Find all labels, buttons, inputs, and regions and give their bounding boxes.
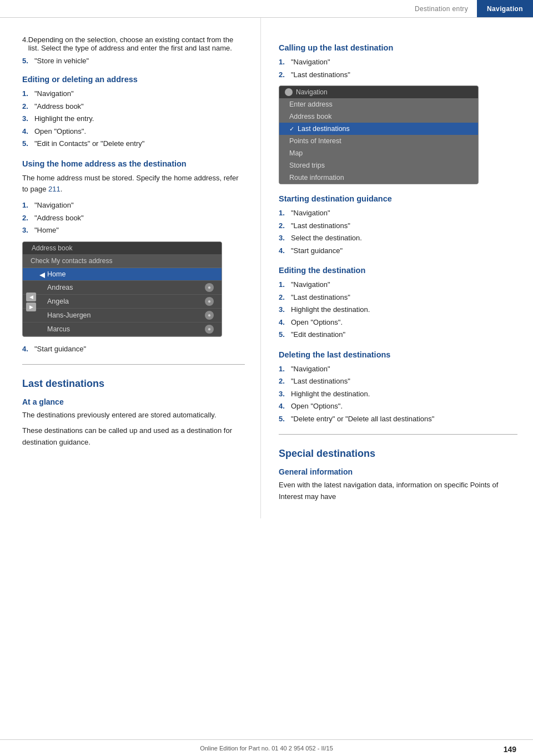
page-ref-link: 211 (48, 185, 61, 193)
editing-dest-list: 1."Navigation" 2."Last destinations" 3.H… (279, 279, 517, 340)
list-item: 3."Home" (22, 225, 245, 236)
calling-heading: Calling up the last destination (279, 43, 517, 52)
check-contacts-item: Check My contacts address (23, 254, 222, 268)
addr-item-angela[interactable]: Angela ● (23, 295, 222, 309)
list-item: 1."Navigation" (22, 200, 245, 211)
at-glance-para1: The destinations previously entered are … (22, 410, 245, 421)
starting-heading: Starting destination guidance (279, 194, 517, 203)
addr-item-hans[interactable]: Hans-Juergen ● (23, 309, 222, 322)
at-glance-heading: At a glance (22, 397, 245, 406)
addr-box-list: ◀ ▶ Home Andreas ● Angela ● (23, 268, 222, 336)
nav-arrow-left[interactable]: ◀ (26, 293, 36, 301)
last-destinations-heading: Last destinations (22, 378, 245, 390)
contact-icon: ● (205, 311, 214, 320)
nav-item-route-info[interactable]: Route information (279, 172, 478, 184)
separator-right (279, 434, 517, 435)
list-item: 4.Open "Options". (22, 126, 245, 137)
nav-icon (285, 88, 293, 96)
nav-arrow-right[interactable]: ▶ (26, 303, 36, 311)
nav-box-menu: Enter address Address book Last destinat… (279, 98, 478, 184)
home-steps-list: 1."Navigation" 2."Address book" 3."Home" (22, 200, 245, 236)
nav-arrows: ◀ ▶ (26, 293, 36, 311)
list-item: 4.Open "Options". (279, 401, 517, 412)
general-info-heading: General information (279, 467, 517, 476)
at-glance-para2: These destinations can be called up and … (22, 425, 245, 448)
list-item: 1."Navigation" (279, 279, 517, 290)
list-item: 2."Address book" (22, 101, 245, 112)
list-item: 3.Highlight the entry. (22, 113, 245, 124)
svg-marker-0 (39, 273, 45, 278)
list-item: 1."Navigation" (279, 57, 517, 68)
header-bar: Destination entry Navigation (0, 0, 533, 18)
nav-item-last-destinations[interactable]: Last destinations (279, 123, 478, 135)
addr-item-home[interactable]: Home (23, 268, 222, 281)
nav-item-map[interactable]: Map (279, 147, 478, 159)
main-content: 4. Depending on the selection, choose an… (0, 18, 533, 518)
list-item: 3.Select the destination. (279, 233, 517, 244)
step4b-num: 4. (22, 345, 34, 353)
nav-item-stored-trips[interactable]: Stored trips (279, 159, 478, 172)
list-item: 5."Edit destination" (279, 329, 517, 340)
page-number: 149 (504, 745, 516, 756)
list-item: 2."Last destinations" (279, 376, 517, 387)
list-item: 2."Last destinations" (279, 69, 517, 80)
selection-pointer (38, 271, 46, 279)
addr-item-andreas[interactable]: Andreas ● (23, 281, 222, 295)
list-item: 3.Highlight the destination. (279, 389, 517, 400)
step4-item: 4. Depending on the selection, choose an… (22, 36, 245, 52)
list-item: 2."Last destinations" (279, 292, 517, 303)
list-item: 2."Last destinations" (279, 220, 517, 231)
nav-item-enter-address[interactable]: Enter address (279, 98, 478, 110)
step4-text: Depending on the selection, choose an ex… (28, 36, 245, 52)
list-item: 5."Edit in Contacts" or "Delete entry" (22, 138, 245, 149)
nav-item-address-book[interactable]: Address book (279, 110, 478, 123)
home-address-heading: Using the home address as the destinatio… (22, 159, 245, 168)
step4b-text: "Start guidance" (34, 345, 86, 353)
contact-icon: ● (205, 297, 214, 306)
list-item: 1."Navigation" (279, 208, 517, 219)
list-item: 1."Navigation" (279, 364, 517, 375)
right-col: Calling up the last destination 1."Navig… (261, 18, 533, 518)
list-item: 5."Delete entry" or "Delete all last des… (279, 414, 517, 425)
step4-num: 4. (22, 36, 28, 52)
list-item: 4."Start guidance" (279, 245, 517, 256)
footer-text: Online Edition for Part no. 01 40 2 954 … (200, 745, 333, 752)
nav-box-title: Navigation (279, 86, 478, 98)
home-para: The home address must be stored. Specify… (22, 173, 245, 196)
contact-icon: ● (205, 283, 214, 292)
left-col: 4. Depending on the selection, choose an… (0, 18, 261, 518)
header-nav-label: Navigation (477, 0, 533, 17)
calling-list: 1."Navigation" 2."Last destinations" (279, 57, 517, 80)
separator (22, 364, 245, 365)
list-item: 4.Open "Options". (279, 317, 517, 328)
header-section-label: Destination entry (415, 5, 477, 13)
deleting-heading: Deleting the last destinations (279, 350, 517, 359)
step5-text: "Store in vehicle" (34, 57, 89, 65)
addr-box-title: Address book (23, 242, 222, 254)
editing-dest-heading: Editing the destination (279, 266, 517, 275)
deleting-list: 1."Navigation" 2."Last destinations" 3.H… (279, 364, 517, 425)
navigation-ui-box: Navigation Enter address Address book La… (279, 85, 479, 184)
nav-item-poi[interactable]: Points of Interest (279, 135, 478, 147)
footer: Online Edition for Part no. 01 40 2 954 … (0, 739, 533, 756)
list-item: 3.Highlight the destination. (279, 304, 517, 315)
general-info-para: Even with the latest navigation data, in… (279, 480, 517, 503)
address-book-ui: Address book Check My contacts address ◀… (22, 241, 222, 337)
contact-icon: ● (205, 325, 214, 334)
list-item: 1."Navigation" (22, 88, 245, 99)
step5-num: 5. (22, 57, 34, 65)
list-item: 2."Address book" (22, 213, 245, 224)
starting-list: 1."Navigation" 2."Last destinations" 3.S… (279, 208, 517, 256)
special-dest-heading: Special destinations (279, 448, 517, 460)
addr-item-marcus[interactable]: Marcus ● (23, 322, 222, 336)
editing-list: 1."Navigation" 2."Address book" 3.Highli… (22, 88, 245, 149)
editing-heading: Editing or deleting an address (22, 75, 245, 84)
